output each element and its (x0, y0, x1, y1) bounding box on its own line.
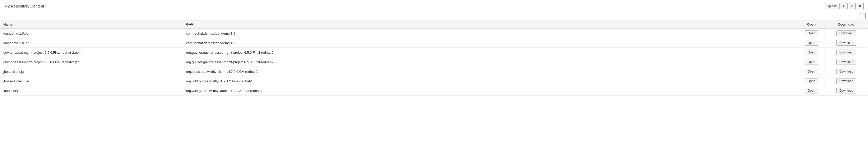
open-button[interactable]: Open (805, 31, 818, 36)
cell-open: Open (798, 76, 825, 86)
download-button[interactable]: Download (836, 40, 856, 46)
table-row: guvnor-asset-mgmt-project-6.5.0.Final-re… (0, 57, 868, 67)
download-button[interactable]: Download (836, 59, 856, 65)
expand-button[interactable]: ⤢ (848, 3, 856, 9)
table-container: Name GAV Open Download loandemo-1.0.pomc… (0, 21, 868, 158)
cell-name: loandemo-1.0.jar (0, 38, 183, 48)
cell-open: Open (798, 67, 825, 76)
open-button[interactable]: Open (805, 59, 818, 65)
download-button[interactable]: Download (836, 88, 856, 93)
download-button[interactable]: Download (836, 69, 856, 74)
table-row: loandemo-1.0.jarcom.redhat.demos:loandem… (0, 38, 868, 48)
download-button[interactable]: Download (836, 78, 856, 84)
table-row: jboss-client.jarorg.jboss.eap:wildfly-cl… (0, 67, 868, 76)
table-row: launcher.jarorg.wildfly.core:wildfly-lau… (0, 86, 868, 95)
grid-view-button[interactable]: ☰ (859, 13, 866, 19)
open-button[interactable]: Open (805, 40, 818, 46)
cell-download: Download (825, 29, 868, 38)
download-button[interactable]: Download (836, 49, 856, 55)
grid-icon: ☰ (861, 14, 864, 18)
open-button[interactable]: Open (805, 88, 818, 93)
main-window: M2 Repository Content Upload ↻ ⤢ ✕ ☰ Nam… (0, 0, 868, 158)
cell-name: guvnor-asset-mgmt-project-6.5.0.Final-re… (0, 57, 183, 67)
cell-open: Open (798, 38, 825, 48)
cell-gav: com.redhat.demos:loandemo:1.0 (183, 38, 798, 48)
open-button[interactable]: Open (805, 78, 818, 84)
cell-name: jboss-cli-client.jar (0, 76, 183, 86)
cell-gav: org.guvnor:guvnor-asset-mgmt-project:6.5… (183, 57, 798, 67)
open-button[interactable]: Open (805, 69, 818, 74)
page-title: M2 Repository Content (4, 4, 44, 8)
table-row: guvnor-asset-mgmt-project-6.5.0.Final-re… (0, 48, 868, 57)
cell-gav: org.jboss.eap:wildfly-client-all:7.0.0.G… (183, 67, 798, 76)
cell-gav: org.guvnor:guvnor-asset-mgmt-project:6.5… (183, 48, 798, 57)
cell-download: Download (825, 86, 868, 95)
table-row: jboss-cli-client.jarorg.wildfly.core:wil… (0, 76, 868, 86)
column-header-gav: GAV (183, 21, 798, 29)
refresh-icon: ↻ (843, 4, 845, 8)
cell-open: Open (798, 57, 825, 67)
close-button[interactable]: ✕ (857, 3, 864, 9)
cell-gav: com.redhat.demos:loandemo:1.0 (183, 29, 798, 38)
cell-gav: org.wildfly.core:wildfly-launcher:2.1.2.… (183, 86, 798, 95)
cell-download: Download (825, 67, 868, 76)
title-bar: M2 Repository Content Upload ↻ ⤢ ✕ (0, 0, 868, 12)
cell-name: launcher.jar (0, 86, 183, 95)
upload-button[interactable]: Upload (824, 3, 840, 9)
cell-gav: org.wildfly.core:wildfly-cli:2.1.2.Final… (183, 76, 798, 86)
cell-open: Open (798, 29, 825, 38)
table-row: loandemo-1.0.pomcom.redhat.demos:loandem… (0, 29, 868, 38)
cell-name: jboss-client.jar (0, 67, 183, 76)
table-header-row: Name GAV Open Download (0, 21, 868, 29)
download-button[interactable]: Download (836, 31, 856, 36)
cell-name: guvnor-asset-mgmt-project-6.5.0.Final-re… (0, 48, 183, 57)
cell-name: loandemo-1.0.pom (0, 29, 183, 38)
content-table: Name GAV Open Download loandemo-1.0.pomc… (0, 21, 868, 95)
secondary-toolbar: ☰ (0, 12, 868, 21)
expand-icon: ⤢ (851, 4, 854, 8)
title-actions: Upload ↻ ⤢ ✕ (824, 3, 864, 9)
cell-download: Download (825, 48, 868, 57)
column-header-name: Name (0, 21, 183, 29)
close-icon: ✕ (859, 4, 862, 8)
open-button[interactable]: Open (805, 49, 818, 55)
refresh-button[interactable]: ↻ (841, 3, 847, 9)
cell-open: Open (798, 48, 825, 57)
cell-download: Download (825, 38, 868, 48)
cell-download: Download (825, 76, 868, 86)
cell-open: Open (798, 86, 825, 95)
column-header-open: Open (798, 21, 825, 29)
column-header-download: Download (825, 21, 868, 29)
cell-download: Download (825, 57, 868, 67)
